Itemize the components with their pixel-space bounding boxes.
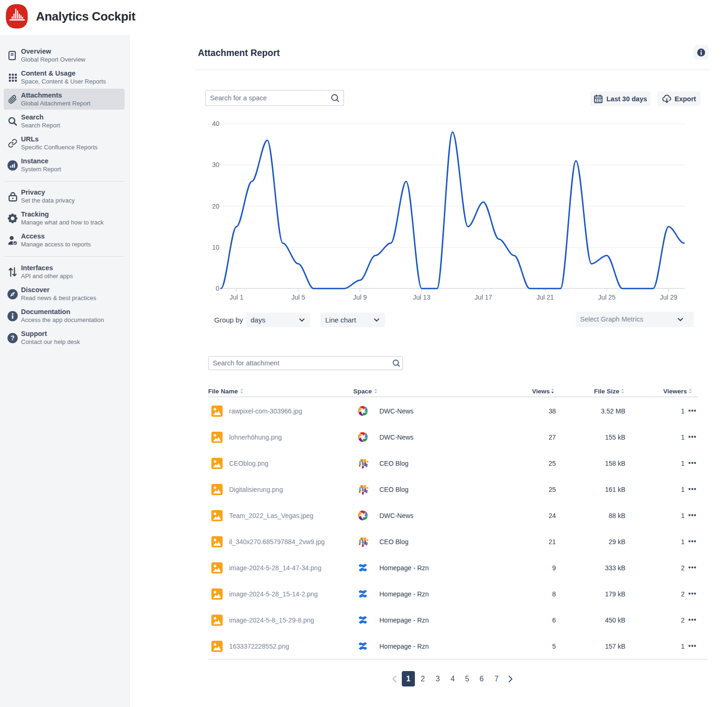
svg-text:Jul 13: Jul 13 [413,294,431,301]
svg-text:20: 20 [212,203,219,210]
svg-text:Jul 25: Jul 25 [598,294,616,301]
svg-text:Jul 9: Jul 9 [353,294,367,301]
svg-text:Jul 5: Jul 5 [291,294,305,301]
svg-text:Jul 29: Jul 29 [660,294,678,301]
svg-text:Jul 1: Jul 1 [230,294,244,301]
svg-text:40: 40 [212,120,219,127]
svg-text:0: 0 [216,285,219,292]
svg-text:30: 30 [212,161,219,168]
svg-text:10: 10 [212,244,219,251]
svg-text:?: ? [11,334,14,342]
svg-text:Jul 21: Jul 21 [536,294,554,301]
svg-text:Jul 17: Jul 17 [475,294,492,301]
